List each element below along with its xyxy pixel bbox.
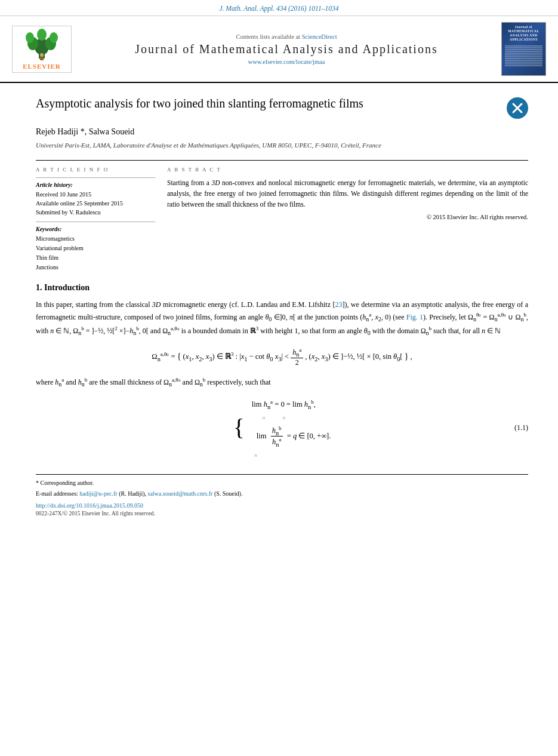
sciencedirect-link[interactable]: ScienceDirect: [302, 33, 337, 40]
email2-link[interactable]: salwa.soueid@math.cnrs.fr: [148, 490, 213, 497]
svg-point-5: [50, 32, 58, 43]
email1-who: (R. Hadiji),: [119, 490, 146, 497]
main-content: Asymptotic analysis for two joined thin …: [0, 83, 558, 528]
keyword-micromagnetics: Micromagnetics: [36, 234, 155, 244]
keywords-title: Keywords:: [36, 226, 155, 232]
intro-paragraph-2: where hna and hnb are the small thicknes…: [36, 376, 528, 389]
submitted-by: Submitted by V. Radulescu: [36, 208, 155, 217]
svg-point-7: [40, 53, 44, 57]
authors-line: Rejeb Hadiji *, Salwa Soueid: [36, 127, 528, 137]
left-brace-symbol: {: [233, 416, 245, 440]
journal-header: ELSEVIER Contents lists available at Sci…: [0, 16, 558, 83]
contents-available-line: Contents lists available at ScienceDirec…: [81, 33, 492, 40]
paper-title-text: Asymptotic analysis for two joined thin …: [36, 95, 507, 112]
crossmark-icon: [511, 102, 524, 115]
eq-lines-container: lim hna = 0 = lim hnb, n n lim hnb hna =…: [252, 399, 331, 456]
journal-reference-bar: J. Math. Anal. Appl. 434 (2016) 1011–103…: [0, 0, 558, 16]
footnote-area: * Corresponding author. E-mail addresses…: [36, 474, 528, 517]
eq-spacer: n n: [252, 416, 331, 419]
journal-reference-text: J. Math. Anal. Appl. 434 (2016) 1011–103…: [220, 5, 339, 12]
keyword-junctions: Junctions: [36, 263, 155, 272]
article-history-block: Article history: Received 10 June 2015 A…: [36, 177, 155, 217]
eq-line-1: lim hna = 0 = lim hnb,: [252, 399, 331, 410]
available-date: Available online 25 September 2015: [36, 199, 155, 208]
abstract-section: A B S T R A C T Starting from a 3D non-c…: [167, 167, 528, 272]
corresponding-author-note: * Corresponding author.: [36, 478, 528, 488]
paper-title-block: Asymptotic analysis for two joined thin …: [36, 95, 528, 119]
email-label: E-mail addresses:: [36, 490, 78, 497]
crossmark-badge: [507, 97, 528, 119]
received-date: Received 10 June 2015: [36, 190, 155, 199]
journal-center: Contents lists available at ScienceDirec…: [81, 33, 492, 65]
issn-copyright-footer: 0022-247X/© 2015 Elsevier Inc. All right…: [36, 511, 528, 517]
journal-cover-thumbnail: Journal ofMATHEMATICALANALYSIS ANDAPPLIC…: [501, 22, 546, 76]
article-abstract-row: A R T I C L E I N F O Article history: R…: [36, 160, 528, 272]
abstract-text: Starting from a 3D non-convex and nonloc…: [167, 177, 528, 210]
equation-1-1-block: { lim hna = 0 = lim hnb, n n lim hnb hn: [36, 399, 528, 456]
copyright-text: © 2015 Elsevier Inc. All rights reserved…: [167, 214, 528, 220]
intro-paragraph-1: In this paper, starting from the classic…: [36, 299, 528, 339]
section-1-heading: 1. Introduction: [36, 283, 528, 293]
journal-url-text[interactable]: www.elsevier.com/locate/jmaa: [81, 59, 492, 65]
cover-title-text: Journal ofMATHEMATICALANALYSIS ANDAPPLIC…: [508, 25, 539, 42]
keywords-section: Keywords: Micromagnetics Variational pro…: [36, 222, 155, 272]
doi-link[interactable]: http://dx.doi.org/10.1016/j.jmaa.2015.09…: [36, 502, 143, 509]
svg-point-4: [26, 32, 34, 43]
email-addresses-line: E-mail addresses: hadiji@u-pec.fr (R. Ha…: [36, 489, 528, 499]
page: J. Math. Anal. Appl. 434 (2016) 1011–103…: [0, 0, 558, 756]
elsevier-tree-icon: [21, 29, 63, 62]
elsevier-logo: ELSEVIER: [12, 26, 72, 73]
svg-point-6: [37, 29, 47, 41]
elsevier-brand-text: ELSEVIER: [23, 63, 61, 70]
article-info-heading: A R T I C L E I N F O: [36, 167, 155, 173]
eq-spacer2: n: [252, 454, 331, 457]
email2-who: (S. Soueid).: [214, 490, 243, 497]
doi-line[interactable]: http://dx.doi.org/10.1016/j.jmaa.2015.09…: [36, 502, 528, 509]
eq-line-2: lim hnb hna = q ∈ [0, +∞].: [252, 425, 331, 448]
affiliation-text: Université Paris-Est, LAMA, Laboratoire …: [36, 140, 528, 150]
svg-rect-8: [40, 57, 44, 60]
equation-number-1-1: (1.1): [514, 423, 528, 432]
authors-text: Rejeb Hadiji *, Salwa Soueid: [36, 127, 134, 136]
ref-23-link[interactable]: 23: [335, 300, 342, 309]
cover-decorative-lines: [504, 45, 544, 67]
email1-link[interactable]: hadiji@u-pec.fr: [79, 490, 117, 497]
fig1-link[interactable]: Fig. 1: [406, 313, 423, 321]
article-info-section: A R T I C L E I N F O Article history: R…: [36, 167, 155, 272]
journal-title-text: Journal of Mathematical Analysis and App…: [81, 42, 492, 56]
omega-display-equation: Ωna,θ₀ = { (x1, x2, x3) ∈ ℝ3 : |x1 − cot…: [36, 347, 528, 367]
keyword-thin-film: Thin film: [36, 253, 155, 263]
keyword-variational: Variational problem: [36, 244, 155, 253]
eq-brace-container: { lim hna = 0 = lim hnb, n n lim hnb hn: [233, 399, 331, 456]
article-history-title: Article history:: [36, 182, 155, 188]
abstract-heading: A B S T R A C T: [167, 167, 528, 173]
